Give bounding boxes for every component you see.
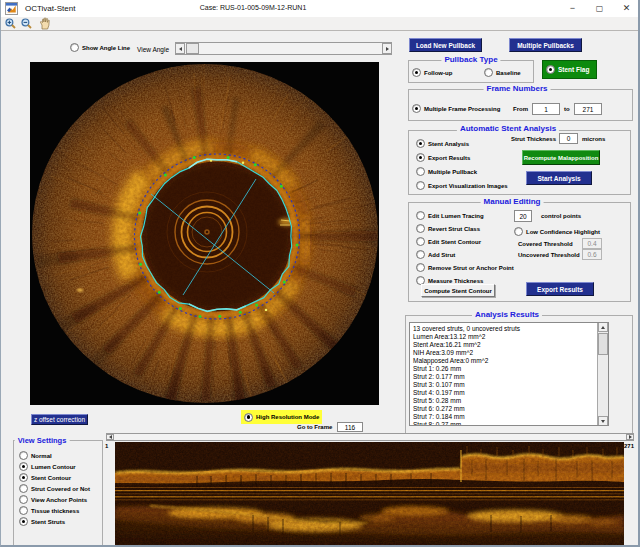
to-frame-input[interactable] (574, 103, 602, 115)
results-scroll-up[interactable] (598, 322, 608, 332)
view-tissue-thickness-radio[interactable]: Tissue thickness (19, 506, 79, 515)
toolbar (1, 17, 640, 31)
high-resolution-mode-radio-circle[interactable] (244, 413, 253, 422)
add-strut-radio[interactable]: Add Strut (416, 250, 455, 259)
view-stent-struts-radio-circle[interactable] (19, 517, 28, 526)
multiple-pullback-label: Multiple Pullback (428, 169, 477, 175)
z-offset-correction-button[interactable]: z offset correction (31, 414, 88, 425)
zoom-out-icon[interactable] (21, 18, 32, 29)
stent-flag-radio-circle[interactable] (546, 65, 555, 74)
zoom-in-icon[interactable] (5, 18, 16, 29)
edit-stent-contour-radio-circle[interactable] (416, 237, 425, 246)
multiple-pullbacks-button[interactable]: Multiple Pullbacks (509, 38, 582, 52)
maximize-button[interactable]: ▢ (587, 0, 612, 17)
minimize-button[interactable]: − (560, 0, 585, 17)
from-frame-input[interactable] (532, 103, 560, 115)
export-results-radio[interactable]: Export Results (416, 153, 470, 162)
results-scroll-thumb[interactable] (598, 333, 608, 355)
stent-analysis-radio-circle[interactable] (416, 139, 425, 148)
edit-stent-contour-radio[interactable]: Edit Stent Contour (416, 237, 481, 246)
close-button[interactable]: ✕ (614, 0, 639, 17)
window-title: OCTivat-Stent (25, 4, 75, 13)
oct-cross-section-image[interactable] (30, 62, 379, 405)
view-normal-radio-circle[interactable] (19, 451, 28, 460)
slider-left-arrow[interactable] (175, 43, 185, 54)
multiple-frame-processing-radio[interactable]: Multiple Frame Processing (412, 104, 500, 113)
low-confidence-radio[interactable]: Low Confidence Highlight (514, 227, 600, 236)
results-scroll-down[interactable] (598, 416, 608, 426)
view-lumen-contour-radio-circle[interactable] (19, 462, 28, 471)
result-line: Stent Area:16.21 mm^2 (410, 341, 608, 349)
view-strut-covered-radio-circle[interactable] (19, 484, 28, 493)
strut-thickness-input[interactable] (559, 133, 578, 144)
load-new-pullback-button[interactable]: Load New Pullback (409, 38, 482, 52)
stent-analysis-radio[interactable]: Stent Analysis (416, 139, 469, 148)
uncovered-threshold-label: Uncovered Threshold (518, 252, 580, 258)
arrow-left-icon (179, 47, 182, 51)
remove-strut-radio-circle[interactable] (416, 263, 425, 272)
low-confidence-radio-circle[interactable] (514, 227, 523, 236)
arrow-down-icon (601, 420, 605, 423)
baseline-radio-circle[interactable] (484, 68, 493, 77)
control-points-input[interactable] (514, 210, 532, 222)
start-analysis-button[interactable]: Start Analysis (526, 171, 592, 185)
export-results-label: Export Results (428, 155, 470, 161)
results-scrollbar[interactable] (597, 323, 608, 425)
stent-flag-toggle[interactable]: Stent Flag (542, 60, 597, 79)
recompute-malapposition-button[interactable]: Recompute Malapposition (522, 150, 600, 165)
view-normal-radio[interactable]: Normal (19, 451, 52, 460)
export-results-radio-circle[interactable] (416, 153, 425, 162)
edit-lumen-tracing-radio-circle[interactable] (416, 211, 425, 220)
strip-scroll-left-arrow[interactable] (106, 434, 114, 440)
case-label: Case: RUS-01-005-09M-12-RUN1 (200, 4, 307, 11)
uncovered-threshold-input[interactable] (582, 249, 602, 260)
export-visualization-radio-circle[interactable] (416, 181, 425, 190)
view-angle-slider[interactable] (175, 42, 392, 55)
view-stent-struts-radio[interactable]: Stent Struts (19, 517, 65, 526)
followup-radio-circle[interactable] (412, 68, 421, 77)
view-angle-label: View Angle (137, 46, 169, 53)
multiple-frame-processing-radio-circle[interactable] (412, 104, 421, 113)
from-label: From (513, 106, 528, 112)
multiple-pullback-radio-circle[interactable] (416, 167, 425, 176)
edit-lumen-tracing-radio[interactable]: Edit Lumen Tracing (416, 211, 484, 220)
followup-radio[interactable]: Follow-up (412, 68, 452, 77)
remove-strut-radio[interactable]: Remove Strut or Anchor Point (416, 263, 514, 272)
show-angle-line-radio[interactable]: Show Angle Line (70, 43, 130, 52)
strip-start-label: 1 (105, 443, 108, 449)
view-strut-covered-radio[interactable]: Strut Covered or Not (19, 484, 90, 493)
frame-numbers-title: Frame Numbers (484, 84, 551, 93)
view-tissue-thickness-label: Tissue thickness (31, 508, 79, 514)
export-results-button[interactable]: Export Results (526, 282, 594, 296)
pan-hand-icon[interactable] (39, 17, 51, 30)
view-lumen-contour-radio[interactable]: Lumen Contour (19, 462, 76, 471)
high-resolution-mode-radio[interactable]: High Resolution Mode (241, 410, 322, 424)
compute-stent-contour-button[interactable]: Compute Stent Contour (421, 284, 495, 297)
export-visualization-radio[interactable]: Export Visualization Images (416, 181, 508, 190)
view-anchor-points-radio-circle[interactable] (19, 495, 28, 504)
add-strut-radio-circle[interactable] (416, 250, 425, 259)
multiple-pullback-radio[interactable]: Multiple Pullback (416, 167, 477, 176)
strip-scrollbar[interactable] (106, 433, 634, 441)
arrow-up-icon (601, 326, 605, 329)
view-stent-contour-radio-circle[interactable] (19, 473, 28, 482)
show-angle-line-radio-circle[interactable] (70, 43, 79, 52)
strip-scroll-right-arrow[interactable] (626, 434, 634, 440)
view-settings-title: View Settings (15, 436, 70, 445)
go-to-frame-input[interactable] (337, 422, 363, 432)
slider-thumb[interactable] (186, 43, 199, 54)
covered-threshold-input[interactable] (582, 238, 602, 249)
view-stent-contour-radio[interactable]: Stent Contour (19, 473, 71, 482)
view-anchor-points-radio[interactable]: View Anchor Points (19, 495, 87, 504)
auto-analysis-title: Automatic Stent Analysis (457, 124, 559, 133)
oct-longitudinal-image[interactable] (115, 442, 624, 547)
revert-strut-class-radio-circle[interactable] (416, 224, 425, 233)
low-confidence-label: Low Confidence Highlight (526, 229, 600, 235)
revert-strut-class-radio[interactable]: Revert Strut Class (416, 224, 480, 233)
slider-right-arrow[interactable] (382, 43, 392, 54)
stent-flag-label: Stent Flag (558, 66, 589, 73)
view-tissue-thickness-radio-circle[interactable] (19, 506, 28, 515)
analysis-results-listbox[interactable]: 13 covered struts, 0 uncovered struts Lu… (409, 322, 609, 426)
strut-thickness-label: Strut Thickness (511, 136, 556, 142)
baseline-radio[interactable]: Baseline (484, 68, 521, 77)
